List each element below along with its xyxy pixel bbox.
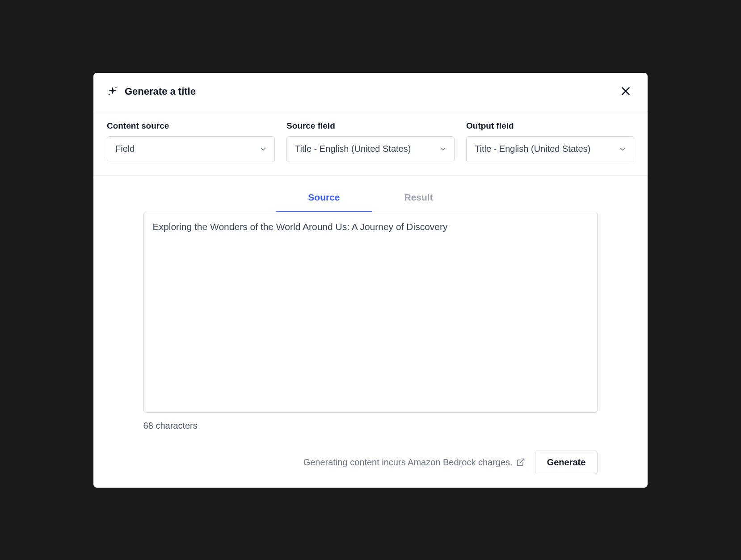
modal-title-wrap: Generate a title (107, 86, 196, 97)
content-source-value: Field (115, 144, 135, 154)
source-field-select[interactable]: Title - English (United States) (286, 136, 455, 162)
source-field-group: Source field Title - English (United Sta… (286, 121, 455, 162)
output-field-value: Title - English (United States) (475, 144, 590, 154)
modal-body: Source Result 68 characters Generating c… (93, 176, 648, 488)
content-wrap: 68 characters Generating content incurs … (143, 212, 598, 474)
footer: Generating content incurs Amazon Bedrock… (143, 451, 598, 474)
tab-source[interactable]: Source (276, 186, 372, 213)
external-link-icon[interactable] (516, 458, 525, 467)
generate-button[interactable]: Generate (535, 451, 598, 474)
char-count: 68 characters (143, 421, 598, 431)
content-source-group: Content source Field (107, 121, 275, 162)
chevron-down-icon (619, 145, 627, 153)
sparkle-icon (107, 86, 118, 97)
source-field-value: Title - English (United States) (295, 144, 411, 154)
source-textarea[interactable] (143, 212, 598, 413)
source-field-label: Source field (286, 121, 455, 131)
form-row: Content source Field Source field Title … (93, 111, 648, 176)
modal-header: Generate a title (93, 73, 648, 111)
chevron-down-icon (439, 145, 447, 153)
output-field-group: Output field Title - English (United Sta… (466, 121, 634, 162)
generate-title-modal: Generate a title Content source Field So… (93, 73, 648, 488)
modal-title: Generate a title (125, 86, 196, 97)
close-icon (620, 85, 632, 98)
disclaimer: Generating content incurs Amazon Bedrock… (303, 457, 525, 468)
disclaimer-text: Generating content incurs Amazon Bedrock… (303, 457, 513, 468)
close-button[interactable] (617, 83, 634, 101)
output-field-label: Output field (466, 121, 634, 131)
svg-line-2 (520, 459, 524, 463)
tab-result[interactable]: Result (372, 186, 465, 213)
output-field-select[interactable]: Title - English (United States) (466, 136, 634, 162)
content-source-label: Content source (107, 121, 275, 131)
content-source-select[interactable]: Field (107, 136, 275, 162)
tabs: Source Result (93, 186, 648, 213)
chevron-down-icon (259, 145, 267, 153)
